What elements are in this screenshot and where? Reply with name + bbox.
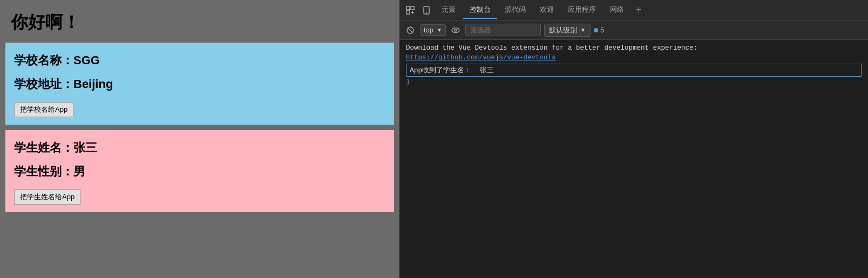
message-count-badge: 5 — [594, 26, 604, 34]
console-link[interactable]: https://github.com/vuejs/vue-devtools — [406, 54, 862, 62]
vue-devtools-link[interactable]: https://github.com/vuejs/vue-devtools — [406, 54, 556, 62]
filter-input[interactable] — [465, 24, 541, 36]
console-output-text: App收到了学生名： 张三 — [410, 65, 494, 75]
school-address-label: 学校地址：Beijing — [14, 76, 385, 92]
devtools-panel: 元素 控制台 源代码 欢迎 应用程序 网络 + top ▼ 默认级别 — [399, 0, 868, 278]
tab-network[interactable]: 网络 — [603, 2, 630, 19]
school-name-label: 学校名称：SGG — [14, 52, 385, 69]
send-student-name-button[interactable]: 把学生姓名给App — [14, 189, 80, 205]
chevron-down-icon: ▼ — [580, 27, 586, 33]
svg-rect-0 — [406, 6, 410, 10]
app-title: 你好啊！ — [5, 5, 394, 43]
svg-point-10 — [455, 29, 457, 31]
svg-point-9 — [452, 28, 459, 32]
svg-rect-2 — [406, 11, 410, 14]
inspect-icon[interactable] — [403, 3, 418, 18]
tab-elements[interactable]: 元素 — [435, 2, 462, 19]
eye-icon[interactable] — [449, 24, 462, 37]
devtools-console: Download the Vue Devtools extension for … — [399, 40, 868, 278]
mobile-icon[interactable] — [419, 3, 434, 18]
tab-application[interactable]: 应用程序 — [561, 2, 602, 19]
console-brace: } — [406, 78, 862, 86]
tab-add-button[interactable]: + — [632, 2, 646, 18]
svg-point-6 — [426, 12, 427, 13]
top-frame-label: top — [424, 26, 433, 34]
devtools-toolbar: top ▼ 默认级别 ▼ 5 — [399, 21, 868, 40]
tab-welcome[interactable]: 欢迎 — [533, 2, 560, 19]
send-school-name-button[interactable]: 把学校名给App — [14, 102, 73, 117]
student-gender-label: 学生性别：男 — [14, 164, 385, 180]
school-box: 学校名称：SGG 学校地址：Beijing 把学校名给App — [5, 43, 394, 125]
svg-line-8 — [408, 28, 412, 32]
tab-console[interactable]: 控制台 — [463, 2, 497, 19]
devtools-tabbar: 元素 控制台 源代码 欢迎 应用程序 网络 + — [399, 0, 868, 21]
svg-rect-1 — [411, 6, 414, 10]
log-level-dropdown[interactable]: 默认级别 ▼ — [544, 24, 591, 37]
top-frame-dropdown[interactable]: top ▼ — [420, 24, 446, 36]
log-level-label: 默认级别 — [549, 25, 577, 35]
console-info-text: Download the Vue Devtools extension for … — [406, 44, 862, 52]
chevron-down-icon: ▼ — [437, 27, 442, 33]
clear-console-icon[interactable] — [404, 24, 417, 37]
student-name-label: 学生姓名：张三 — [14, 140, 385, 156]
console-output-line: App收到了学生名： 张三 — [406, 64, 862, 77]
message-count-label: 5 — [600, 26, 604, 34]
left-panel: 你好啊！ 学校名称：SGG 学校地址：Beijing 把学校名给App 学生姓名… — [0, 0, 399, 278]
tab-sources[interactable]: 源代码 — [498, 2, 532, 19]
badge-dot-icon — [594, 28, 598, 32]
student-box: 学生姓名：张三 学生性别：男 把学生姓名给App — [5, 130, 394, 212]
